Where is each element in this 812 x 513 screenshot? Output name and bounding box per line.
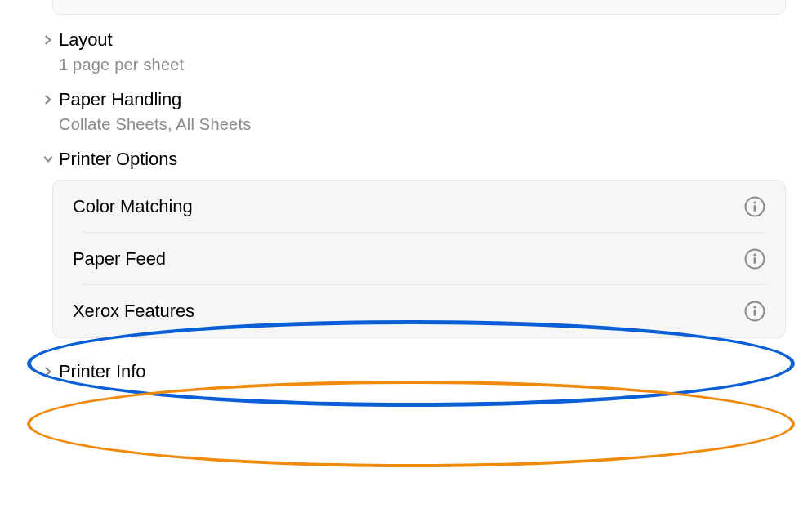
printer-info-section[interactable]: Printer Info [0,338,812,382]
printer-options-section[interactable]: Printer Options [0,134,812,170]
xerox-features-row[interactable]: Xerox Features [53,285,785,337]
svg-rect-5 [754,257,756,264]
paper-feed-row[interactable]: Paper Feed [53,233,785,285]
chevron-right-icon [42,94,59,105]
paper-handling-subtitle: Collate Sheets, All Sheets [59,115,786,134]
chevron-right-icon [42,366,59,377]
layout-section[interactable]: Layout 1 page per sheet [0,15,812,74]
paper-feed-label: Paper Feed [73,248,166,270]
color-matching-label: Color Matching [73,196,193,217]
paper-handling-title: Paper Handling [59,89,181,110]
paper-handling-section[interactable]: Paper Handling Collate Sheets, All Sheet… [0,74,812,134]
chevron-right-icon [42,34,59,46]
svg-rect-2 [754,205,756,212]
svg-point-1 [753,201,756,203]
color-matching-row[interactable]: Color Matching [53,181,785,233]
chevron-down-icon [42,154,59,165]
annotation-ellipse-orange [27,381,795,467]
printer-options-panel: Color Matching Paper Feed Xerox Featur [52,180,786,338]
xerox-features-label: Xerox Features [73,301,194,322]
printer-options-title: Printer Options [59,149,177,170]
info-icon[interactable] [744,301,765,322]
printer-info-title: Printer Info [59,361,145,382]
info-icon[interactable] [744,248,765,270]
layout-subtitle: 1 page per sheet [59,56,786,74]
svg-rect-8 [754,310,756,316]
layout-title: Layout [59,29,112,51]
info-icon[interactable] [744,196,765,217]
svg-point-4 [753,253,756,256]
svg-point-7 [753,306,756,308]
top-panel-fragment [52,0,786,15]
